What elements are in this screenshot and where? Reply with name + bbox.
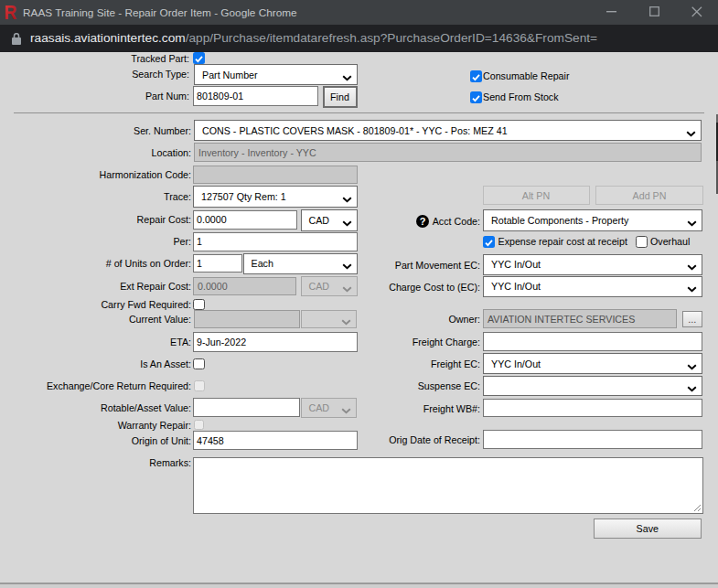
svg-text:R: R: [4, 4, 16, 20]
